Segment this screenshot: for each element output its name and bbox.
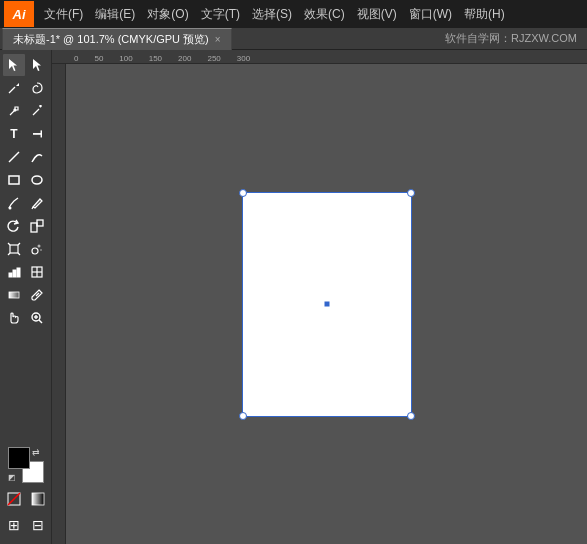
ellipse-tool[interactable]	[26, 169, 48, 191]
pen-tool[interactable]	[3, 100, 25, 122]
hand-tool[interactable]	[3, 307, 25, 329]
no-fill-icon[interactable]	[3, 488, 25, 510]
arc-tool[interactable]	[26, 146, 48, 168]
menu-item-e[interactable]: 编辑(E)	[89, 3, 141, 26]
line-tool[interactable]	[3, 146, 25, 168]
svg-line-31	[39, 320, 42, 323]
svg-rect-14	[10, 245, 18, 253]
mesh-tool[interactable]	[26, 261, 48, 283]
eyedropper-tool[interactable]	[26, 284, 48, 306]
title-bar: Ai 文件(F)编辑(E)对象(O)文字(T)选择(S)效果(C)视图(V)窗口…	[0, 0, 587, 28]
svg-rect-24	[17, 268, 20, 277]
tools-panel: T T	[0, 50, 52, 544]
lasso-tool[interactable]	[26, 77, 48, 99]
svg-marker-0	[9, 59, 17, 71]
tool-row-9	[2, 238, 49, 260]
paintbrush-tool[interactable]	[3, 192, 25, 214]
vertical-type-icon: T	[30, 130, 44, 137]
free-transform-tool[interactable]	[3, 238, 25, 260]
change-screen-mode[interactable]: ⊞	[3, 514, 25, 536]
ruler-left	[52, 64, 66, 544]
ruler-top-ticks: 0 50 100 150 200 250 300	[66, 50, 258, 63]
svg-rect-13	[37, 220, 43, 226]
menu-item-o[interactable]: 对象(O)	[141, 3, 194, 26]
view-mode-row: ⊞ ⊟	[3, 514, 49, 536]
svg-point-4	[14, 109, 16, 111]
svg-line-17	[8, 253, 10, 255]
ruler-tick: 250	[199, 54, 228, 63]
tab-bar: 未标题-1* @ 101.7% (CMYK/GPU 预览) × 软件自学网：RJ…	[0, 28, 587, 50]
svg-line-15	[8, 243, 10, 245]
handle-top-left[interactable]	[239, 189, 247, 197]
tool-row-8	[2, 215, 49, 237]
color-swatches[interactable]: ⇄ ◩	[8, 447, 44, 483]
svg-rect-12	[31, 223, 37, 232]
handle-bottom-right[interactable]	[407, 412, 415, 420]
svg-rect-22	[9, 273, 12, 277]
scale-tool[interactable]	[26, 215, 48, 237]
svg-rect-28	[9, 292, 19, 298]
menu-item-s[interactable]: 选择(S)	[246, 3, 298, 26]
symbol-sprayer-tool[interactable]	[26, 238, 48, 260]
column-graph-tool[interactable]	[3, 261, 25, 283]
svg-line-7	[9, 152, 19, 162]
canvas-area[interactable]: 0 50 100 150 200 250 300	[52, 50, 587, 544]
full-screen-mode[interactable]: ⊟	[27, 514, 49, 536]
tab-label: 未标题-1* @ 101.7% (CMYK/GPU 预览)	[13, 32, 209, 47]
menu-item-f[interactable]: 文件(F)	[38, 3, 89, 26]
handle-bottom-left[interactable]	[239, 412, 247, 420]
type-tool[interactable]: T	[3, 123, 25, 145]
menu-item-t[interactable]: 文字(T)	[195, 3, 246, 26]
artboard-container	[66, 64, 587, 544]
svg-line-2	[9, 87, 15, 93]
svg-point-19	[32, 248, 38, 254]
menu-item-h[interactable]: 帮助(H)	[458, 3, 511, 26]
tab-close-button[interactable]: ×	[215, 34, 221, 45]
artboard[interactable]	[242, 192, 412, 417]
type-tool-icon: T	[10, 127, 17, 141]
ruler-top: 0 50 100 150 200 250 300	[52, 50, 587, 64]
main-area: T T	[0, 50, 587, 544]
tool-row-hand	[2, 307, 49, 329]
pencil-tool[interactable]	[26, 192, 48, 214]
rectangle-tool[interactable]	[3, 169, 25, 191]
svg-rect-36	[32, 493, 44, 505]
tool-row-11	[2, 284, 49, 306]
svg-point-21	[40, 249, 42, 251]
direct-selection-tool[interactable]	[26, 54, 48, 76]
tool-row-10	[2, 261, 49, 283]
svg-rect-23	[13, 270, 16, 277]
svg-line-16	[18, 243, 20, 245]
menu-item-c[interactable]: 效果(C)	[298, 3, 351, 26]
ruler-tick: 300	[229, 54, 258, 63]
gradient-tool[interactable]	[3, 284, 25, 306]
rotate-tool[interactable]	[3, 215, 25, 237]
vertical-type-tool[interactable]: T	[26, 123, 48, 145]
gradient-fill-icon[interactable]	[27, 488, 49, 510]
svg-point-9	[32, 176, 42, 184]
menu-bar: 文件(F)编辑(E)对象(O)文字(T)选择(S)效果(C)视图(V)窗口(W)…	[38, 3, 583, 26]
artboard-wrapper	[242, 192, 412, 417]
tool-row-line	[2, 146, 49, 168]
selection-tool[interactable]	[3, 54, 25, 76]
handle-top-right[interactable]	[407, 189, 415, 197]
tool-row-7	[2, 192, 49, 214]
swap-colors-icon[interactable]: ⇄	[32, 447, 44, 459]
tool-row-2	[2, 77, 49, 99]
svg-marker-3	[15, 83, 19, 87]
menu-item-v[interactable]: 视图(V)	[351, 3, 403, 26]
reset-colors-icon[interactable]: ◩	[8, 473, 18, 483]
add-anchor-tool[interactable]	[26, 100, 48, 122]
tool-row-text: T T	[2, 123, 49, 145]
svg-line-29	[36, 293, 39, 296]
ruler-tick: 0	[66, 54, 86, 63]
magic-wand-tool[interactable]	[3, 77, 25, 99]
ruler-tick: 100	[111, 54, 140, 63]
foreground-color-swatch[interactable]	[8, 447, 30, 469]
color-section: ⇄ ◩ ⊞ ⊟	[2, 443, 49, 540]
zoom-tool[interactable]	[26, 307, 48, 329]
tool-row-shape	[2, 169, 49, 191]
active-tab[interactable]: 未标题-1* @ 101.7% (CMYK/GPU 预览) ×	[2, 28, 232, 50]
ai-logo: Ai	[4, 1, 34, 27]
menu-item-w[interactable]: 窗口(W)	[403, 3, 458, 26]
